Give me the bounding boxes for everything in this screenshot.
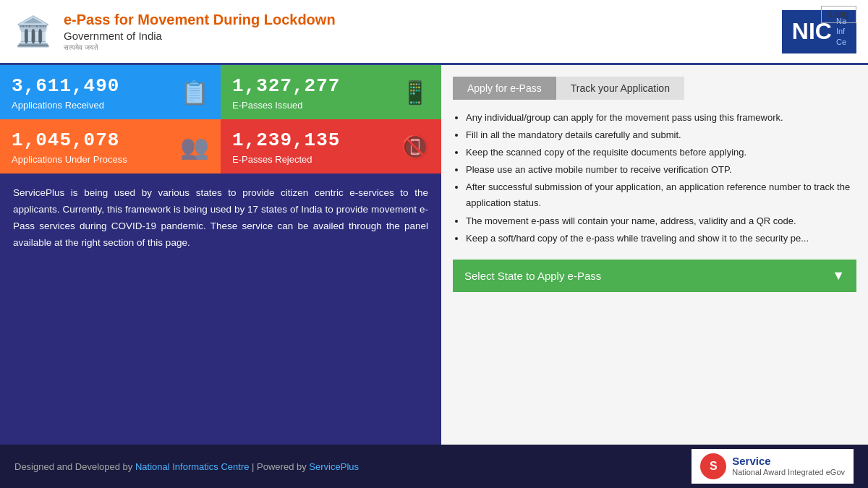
tab-track[interactable]: Track your Application — [556, 77, 684, 100]
footer-text: Designed and Developed by National Infor… — [14, 461, 359, 472]
footer-logo-text-block: Service National Award Integrated eGov — [732, 455, 845, 477]
tabs: Apply for e-Pass Track your Application — [453, 77, 856, 100]
stat-card-epasses-rejected: 1,239,135 E-Passes Rejected 📵 — [221, 119, 441, 174]
emblem-icon: 🏛️ — [12, 7, 55, 57]
language-button[interactable]: Lang — [821, 6, 856, 23]
instruction-4: Please use an active mobile number to re… — [466, 162, 856, 178]
footer-separator: | Powered by — [252, 461, 309, 472]
site-tagline: सत्यमेव जयते — [64, 43, 336, 52]
instruction-6: The movement e-pass will contain your na… — [466, 213, 856, 229]
instruction-3: Keep the scanned copy of the requisite d… — [466, 145, 856, 160]
serviceplus-link[interactable]: ServicePlus — [309, 461, 359, 472]
state-select-wrapper: Select State to Apply e-Pass ▼ — [453, 260, 856, 292]
epasses-rejected-icon: 📵 — [401, 133, 430, 160]
instruction-5: After successful submission of your appl… — [466, 179, 856, 211]
left-panel: 3,611,490 Applications Received 📋 1,327,… — [0, 65, 441, 445]
state-select-button[interactable]: Select State to Apply e-Pass ▼ — [453, 260, 856, 292]
stats-grid: 3,611,490 Applications Received 📋 1,327,… — [0, 65, 441, 174]
state-select-label: Select State to Apply e-Pass — [464, 270, 601, 282]
footer-logo: S Service National Award Integrated eGov — [692, 449, 854, 484]
serviceplus-logo-icon: S — [700, 453, 726, 479]
applications-received-icon: 📋 — [180, 79, 209, 106]
serviceplus-brand: Service — [732, 455, 845, 467]
nic-link[interactable]: National Informatics Centre — [135, 461, 250, 472]
header-left: 🏛️ e-Pass for Movement During Lockdown G… — [12, 7, 336, 57]
header-title-block: e-Pass for Movement During Lockdown Gove… — [64, 12, 336, 52]
instructions-list: Any individual/group can apply for the m… — [453, 110, 856, 247]
chevron-down-icon: ▼ — [832, 268, 845, 283]
applications-under-process-icon: 👥 — [180, 133, 209, 160]
serviceplus-tagline: National Award Integrated eGov — [732, 467, 845, 477]
description-text: ServicePlus is being used by various sta… — [0, 174, 441, 445]
stat-card-applications-under-process: 1,045,078 Applications Under Process 👥 — [0, 119, 221, 174]
tab-apply[interactable]: Apply for e-Pass — [453, 77, 556, 100]
epasses-issued-icon: 📱 — [401, 79, 430, 106]
header: 🏛️ e-Pass for Movement During Lockdown G… — [0, 0, 868, 65]
instruction-1: Any individual/group can apply for the m… — [466, 110, 856, 126]
right-panel: Apply for e-Pass Track your Application … — [441, 65, 868, 445]
site-title: e-Pass for Movement During Lockdown — [64, 12, 336, 28]
site-subtitle: Government of India — [64, 30, 336, 42]
stat-card-applications-received: 3,611,490 Applications Received 📋 — [0, 65, 221, 119]
footer: Designed and Developed by National Infor… — [0, 445, 868, 488]
footer-designed-by: Designed and Developed by — [14, 461, 135, 472]
instruction-7: Keep a soft/hard copy of the e-pass whil… — [466, 231, 856, 247]
stat-card-epasses-issued: 1,327,277 E-Passes Issued 📱 — [221, 65, 441, 119]
main-content: 3,611,490 Applications Received 📋 1,327,… — [0, 65, 868, 445]
instruction-2: Fill in all the mandatory details carefu… — [466, 127, 856, 143]
